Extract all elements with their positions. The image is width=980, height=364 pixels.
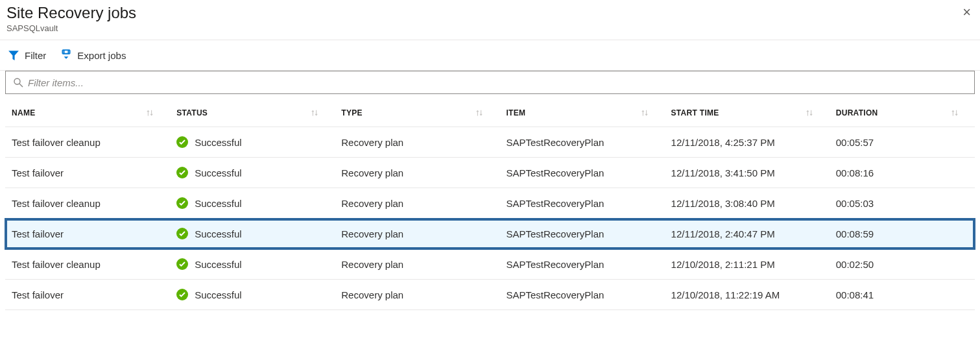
cell-start: 12/11/2018, 4:25:37 PM	[665, 127, 830, 158]
table-row[interactable]: Test failover Successful Recovery plan S…	[5, 280, 975, 310]
sort-icon	[145, 108, 154, 117]
success-icon	[176, 136, 188, 148]
cell-name: Test failover	[5, 280, 170, 310]
col-header-start[interactable]: Start Time	[665, 99, 830, 127]
table-row[interactable]: Test failover cleanup Successful Recover…	[5, 127, 975, 158]
filter-button[interactable]: Filter	[8, 49, 46, 61]
cell-start: 12/11/2018, 2:40:47 PM	[665, 219, 830, 249]
cell-item: SAPTestRecoveryPlan	[499, 249, 664, 280]
cell-status: Successful	[170, 249, 335, 280]
cell-name: Test failover	[5, 219, 170, 249]
cell-name: Test failover	[5, 158, 170, 188]
cell-name: Test failover cleanup	[5, 249, 170, 280]
cell-status: Successful	[170, 127, 335, 158]
cell-duration: 00:08:16	[830, 158, 975, 188]
filter-label: Filter	[25, 50, 46, 61]
search-icon	[13, 77, 23, 88]
filter-items-input[interactable]	[5, 71, 975, 94]
sort-icon	[475, 108, 484, 117]
cell-type: Recovery plan	[335, 249, 499, 280]
success-icon	[176, 289, 188, 300]
cell-type: Recovery plan	[335, 188, 499, 219]
cell-item: SAPTestRecoveryPlan	[499, 280, 664, 310]
export-icon	[60, 49, 72, 61]
cell-start: 12/11/2018, 3:08:40 PM	[665, 188, 830, 219]
col-header-item[interactable]: Item	[499, 99, 664, 127]
cell-type: Recovery plan	[335, 158, 499, 188]
success-icon	[176, 197, 188, 209]
sort-icon	[950, 108, 959, 117]
cell-type: Recovery plan	[335, 280, 499, 310]
export-label: Export jobs	[77, 50, 126, 61]
sort-icon	[310, 108, 319, 117]
cell-start: 12/10/2018, 11:22:19 AM	[665, 280, 830, 310]
cell-status: Successful	[170, 280, 335, 310]
cell-name: Test failover cleanup	[5, 127, 170, 158]
cell-item: SAPTestRecoveryPlan	[499, 158, 664, 188]
table-row[interactable]: Test failover cleanup Successful Recover…	[5, 188, 975, 219]
success-icon	[176, 167, 188, 178]
sort-icon	[640, 108, 649, 117]
close-icon[interactable]: ×	[962, 4, 974, 21]
cell-start: 12/11/2018, 3:41:50 PM	[665, 158, 830, 188]
export-jobs-button[interactable]: Export jobs	[60, 49, 126, 61]
cell-item: SAPTestRecoveryPlan	[499, 127, 664, 158]
cell-item: SAPTestRecoveryPlan	[499, 219, 664, 249]
table-row[interactable]: Test failover cleanup Successful Recover…	[5, 249, 975, 280]
cell-start: 12/10/2018, 2:11:21 PM	[665, 249, 830, 280]
cell-type: Recovery plan	[335, 127, 499, 158]
col-header-status[interactable]: Status	[170, 99, 335, 127]
cell-type: Recovery plan	[335, 219, 499, 249]
success-icon	[176, 228, 188, 239]
cell-status: Successful	[170, 158, 335, 188]
success-icon	[176, 258, 188, 270]
table-row[interactable]: Test failover Successful Recovery plan S…	[5, 219, 975, 249]
cell-name: Test failover cleanup	[5, 188, 170, 219]
page-subtitle: SAPSQLvault	[6, 23, 136, 33]
cell-status: Successful	[170, 188, 335, 219]
col-header-type[interactable]: Type	[335, 99, 499, 127]
cell-duration: 00:08:59	[830, 219, 975, 249]
table-row[interactable]: Test failover Successful Recovery plan S…	[5, 158, 975, 188]
cell-status: Successful	[170, 219, 335, 249]
cell-duration: 00:02:50	[830, 249, 975, 280]
col-header-duration[interactable]: Duration	[830, 99, 975, 127]
jobs-table: Name Status Type Item Start Time Duratio…	[5, 99, 975, 310]
col-header-name[interactable]: Name	[5, 99, 170, 127]
sort-icon	[805, 108, 814, 117]
cell-duration: 00:05:03	[830, 188, 975, 219]
cell-item: SAPTestRecoveryPlan	[499, 188, 664, 219]
filter-icon	[8, 49, 19, 61]
cell-duration: 00:08:41	[830, 280, 975, 310]
cell-duration: 00:05:57	[830, 127, 975, 158]
page-title: Site Recovery jobs	[6, 4, 136, 22]
